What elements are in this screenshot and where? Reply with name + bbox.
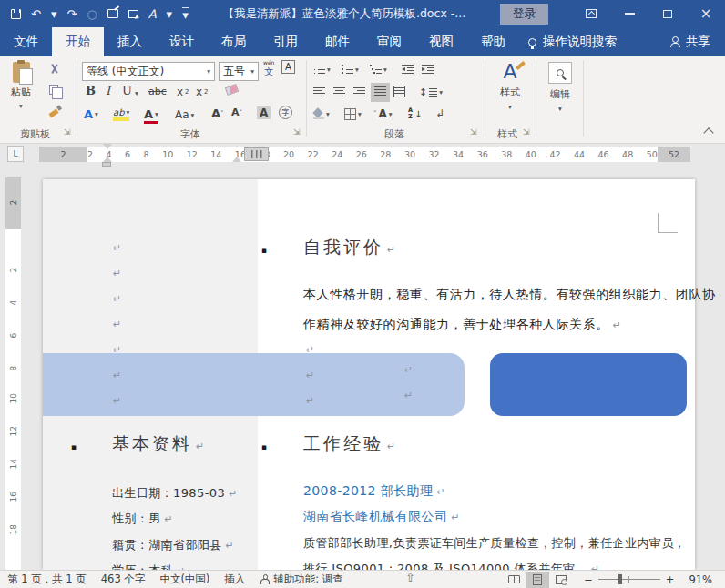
selection-mode-icon[interactable] <box>128 10 138 18</box>
zoom-in-button[interactable]: + <box>666 573 675 586</box>
collapse-ribbon-button[interactable] <box>705 129 712 137</box>
print-layout-button[interactable] <box>526 572 549 588</box>
tab-review[interactable]: 审阅 <box>363 27 415 56</box>
work-experience-desc1[interactable]: 质管部部长助理,负责票证车间生产质量检查，控制，兼任企业内审员， <box>303 535 686 552</box>
styles-dialog-launcher[interactable]: ⇲ <box>523 127 530 137</box>
underline-button[interactable]: U <box>122 84 132 97</box>
font-size-select[interactable]: 五号 ▾ <box>219 62 259 81</box>
font-dialog-launcher[interactable]: ⇲ <box>293 127 301 137</box>
language-status[interactable]: 中文(中国) <box>159 573 209 586</box>
sort-button[interactable]: AZ↓ <box>408 107 422 120</box>
font-color-button[interactable]: A▾ <box>144 107 158 124</box>
self-evaluation-heading[interactable]: 自我评价↵ <box>303 236 398 259</box>
zoom-slider[interactable] <box>598 579 660 580</box>
web-layout-button[interactable] <box>549 572 573 588</box>
print-preview-icon[interactable] <box>107 9 118 18</box>
format-painter-button[interactable] <box>49 106 60 117</box>
save-icon[interactable] <box>11 9 21 19</box>
basic-info-item[interactable]: 出生日期：1985-03↵ <box>112 485 238 502</box>
self-evaluation-line2[interactable]: 作精神及较好的沟通能力，善于处理各种人际关系。↵ <box>303 317 622 333</box>
borders-button[interactable]: ▾ <box>344 108 362 120</box>
undo-button[interactable]: ↶ <box>31 8 41 20</box>
redo-button[interactable]: ↷ <box>66 8 77 20</box>
grow-font-button[interactable]: Aˆ <box>211 106 224 120</box>
clear-formatting-button[interactable] <box>226 86 238 94</box>
align-center-button[interactable] <box>333 86 345 97</box>
phonetic-guide-button[interactable]: wén文 <box>263 60 274 76</box>
align-left-button[interactable] <box>313 86 325 97</box>
table-column-marker[interactable] <box>244 147 269 161</box>
login-button[interactable]: 登录 <box>500 4 548 25</box>
paste-button[interactable]: 粘贴 ▾ <box>11 62 31 110</box>
tab-file[interactable]: 文件 <box>0 27 52 56</box>
first-line-indent-marker[interactable] <box>103 144 112 149</box>
page-count-status[interactable]: 第 1 页，共 1 页 <box>7 573 87 586</box>
work-experience-heading[interactable]: 工作经验↵ <box>303 432 398 456</box>
basic-info-item[interactable]: 学历：本科↵ <box>112 563 186 570</box>
tab-insert[interactable]: 插入 <box>104 27 156 56</box>
italic-button[interactable]: I <box>106 84 110 97</box>
cut-button[interactable] <box>49 64 59 75</box>
share-button[interactable]: 共享 <box>669 27 725 56</box>
accessibility-status[interactable]: 辅助功能: 调查 <box>260 573 343 586</box>
ruler-right-margin[interactable]: 52 <box>658 147 690 162</box>
strikethrough-button[interactable]: abc <box>148 86 167 97</box>
word-count-status[interactable]: 463 个字 <box>101 573 146 586</box>
bold-button[interactable]: B <box>86 84 96 97</box>
zoom-out-button[interactable]: − <box>584 573 593 586</box>
vertical-ruler[interactable]: 2 2 4 6 8 10 12 14 16 18 <box>5 177 21 570</box>
character-border-button[interactable]: A <box>281 60 295 74</box>
work-experience-period[interactable]: 2008-2012 部长助理↵ <box>303 483 445 500</box>
tellme-search[interactable]: 操作说明搜索 <box>519 27 626 56</box>
shading-button[interactable]: ▾ <box>313 108 330 119</box>
clipboard-dialog-launcher[interactable]: ⇲ <box>64 127 71 137</box>
maximize-button[interactable] <box>648 0 687 27</box>
change-case-button[interactable]: Aa▾ <box>175 108 194 121</box>
style-pen-icon[interactable]: A <box>148 8 157 20</box>
subscript-button[interactable]: x2 <box>177 86 189 98</box>
insert-mode-status[interactable]: 插入 <box>224 573 245 586</box>
tab-references[interactable]: 引用 <box>260 27 311 56</box>
basic-info-item[interactable]: 性别：男↵ <box>112 511 173 527</box>
copy-button[interactable] <box>49 85 58 95</box>
document-page[interactable]: ↵ ↵ ↵ ↵ ↵ ↵ ↵ ↵ ↵ ↵ ↵ ↵ ▪ 自我评价↵ 本人性格开朗，稳… <box>43 179 695 570</box>
zoom-slider-thumb[interactable] <box>618 574 622 584</box>
show-hide-marks-button[interactable]: ↲ <box>435 107 444 120</box>
minimize-button[interactable] <box>610 0 648 27</box>
font-name-select[interactable]: 等线 (中文正文) ▾ <box>82 62 215 81</box>
tab-layout[interactable]: 布局 <box>208 27 260 56</box>
increase-indent-button[interactable] <box>422 64 434 75</box>
undo-dropdown-icon[interactable]: ▾ <box>51 8 57 20</box>
work-experience-desc2[interactable]: 推行 ISO9001：2008 及 ISO14000 体系并年审。↵ <box>303 561 600 570</box>
tab-view[interactable]: 视图 <box>415 27 467 56</box>
cell-indent-marker[interactable] <box>232 157 241 162</box>
superscript-button[interactable]: x2 <box>196 86 209 98</box>
shrink-font-button[interactable]: Aˇ <box>231 106 242 118</box>
zoom-level[interactable]: 91% <box>689 573 712 586</box>
multilevel-list-button[interactable]: ▾ <box>370 64 387 75</box>
bullets-button[interactable]: ▾ <box>313 64 331 75</box>
left-indent-marker[interactable] <box>102 162 111 167</box>
tab-stop-selector[interactable]: L <box>7 146 24 162</box>
align-right-button[interactable] <box>353 86 365 97</box>
paste-dropdown-icon[interactable]: ▾ <box>19 102 23 110</box>
close-button[interactable]: × <box>687 0 725 27</box>
distributed-button[interactable] <box>393 86 405 97</box>
tab-help[interactable]: 帮助 <box>467 27 519 56</box>
ribbon-display-options-button[interactable] <box>572 0 610 27</box>
tab-mailings[interactable]: 邮件 <box>311 27 363 56</box>
work-experience-company[interactable]: 湖南省长峰机械有限公司↵ <box>303 509 460 525</box>
enclose-characters-button[interactable]: 字 <box>279 106 292 119</box>
justify-button-selected[interactable] <box>371 83 390 102</box>
highlight-color-button[interactable]: ab▾ <box>113 107 129 121</box>
style-pen-dropdown-icon[interactable]: ▾ <box>167 8 173 20</box>
basic-info-item[interactable]: 籍贯：湖南省邵阳县↵ <box>112 537 234 553</box>
editing-button[interactable]: 编辑 ▾ <box>545 62 576 113</box>
line-spacing-button[interactable]: ↕▾ <box>419 86 443 98</box>
text-effects-button[interactable]: A▾ <box>84 107 98 121</box>
numbering-button[interactable]: ▾ <box>342 64 359 75</box>
underline-dropdown-icon[interactable]: ▾ <box>135 89 138 97</box>
read-mode-button[interactable] <box>502 572 526 588</box>
ruler-left-margin[interactable]: 2 <box>39 147 87 162</box>
decrease-indent-button[interactable] <box>402 64 414 75</box>
